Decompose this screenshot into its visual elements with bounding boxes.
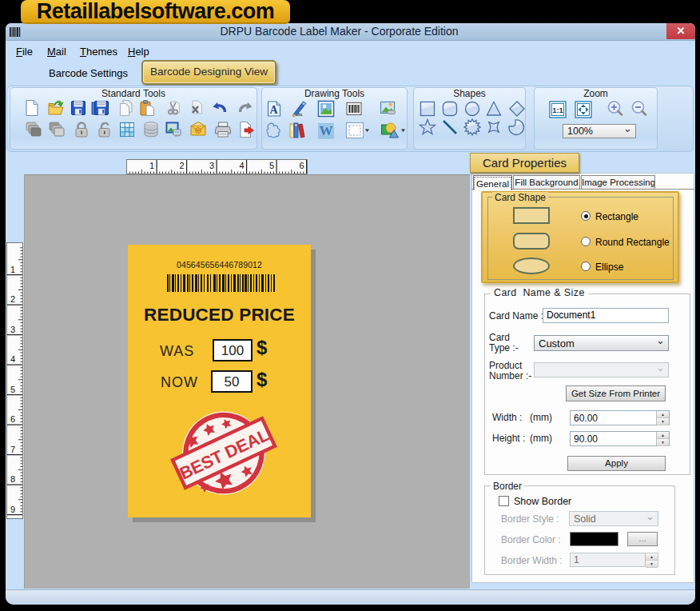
svg-text:6: 6 (299, 161, 304, 170)
svg-text:2: 2 (10, 294, 15, 304)
svg-text:5: 5 (269, 161, 274, 170)
svg-text:1:1: 1:1 (552, 106, 563, 114)
svg-text:6: 6 (10, 414, 15, 424)
svg-text:3: 3 (10, 325, 15, 334)
svg-text:W: W (320, 123, 333, 138)
svg-text:1: 1 (149, 161, 154, 170)
svg-text:9: 9 (10, 505, 15, 514)
svg-text:2: 2 (179, 161, 184, 170)
svg-text:8: 8 (10, 474, 15, 484)
svg-text:A: A (269, 104, 278, 116)
svg-text:5: 5 (10, 385, 15, 394)
svg-text:7: 7 (10, 445, 15, 454)
svg-text:4: 4 (10, 354, 15, 364)
svg-text:4: 4 (239, 161, 244, 170)
svg-text:1: 1 (10, 265, 15, 274)
svg-text:3: 3 (209, 161, 214, 170)
